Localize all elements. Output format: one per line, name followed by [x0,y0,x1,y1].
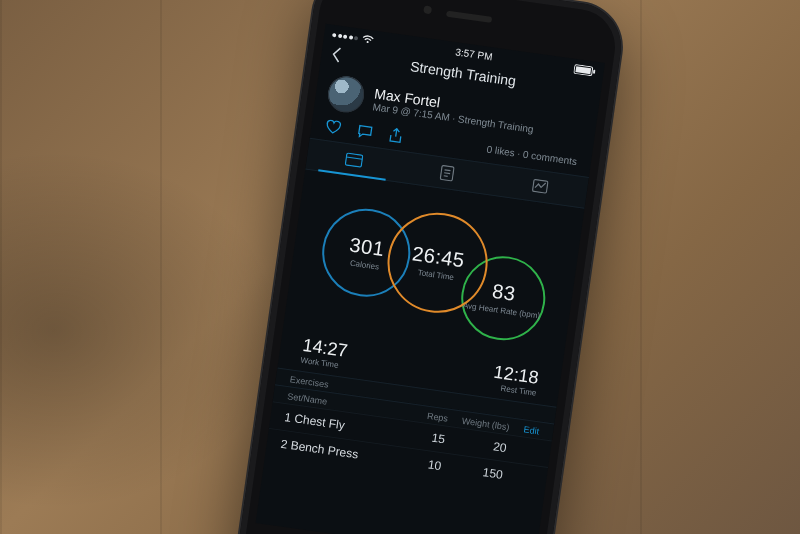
social-stats: 0 likes · 0 comments [486,143,578,167]
signal-dots-icon [332,32,358,40]
battery-icon [573,63,596,76]
wifi-icon [361,34,374,45]
svg-rect-3 [345,153,363,167]
exercise-weight: 150 [440,459,503,481]
exercise-reps: 15 [399,426,447,446]
exercise-weight: 20 [444,433,507,455]
phone-frame: 3:57 PM Strength Training [233,0,626,534]
avatar[interactable] [326,74,367,115]
calories-value: 301 [348,233,386,261]
heart-rate-value: 83 [491,280,517,306]
calories-label: Calories [349,259,379,272]
svg-rect-2 [593,69,596,73]
share-icon[interactable] [388,127,404,145]
svg-rect-1 [576,66,592,74]
exercise-reps: 10 [395,453,443,473]
app-screen: 3:57 PM Strength Training [256,24,605,534]
comment-icon[interactable] [356,123,374,139]
like-icon[interactable] [325,119,343,135]
